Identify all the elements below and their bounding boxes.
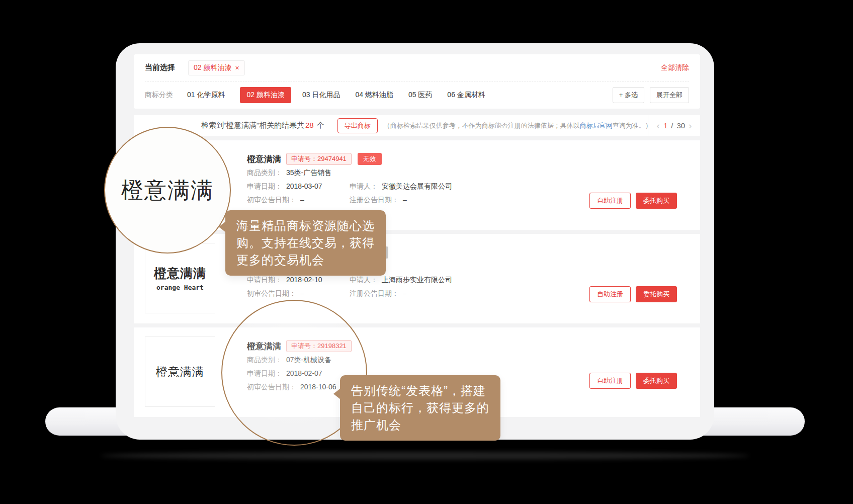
status-badge: 无效 [358,153,382,165]
row-actions: 自助注册 委托购买 [589,373,677,389]
category-item-02-active[interactable]: 02 颜料油漆 [240,87,291,103]
category-item-01[interactable]: 01 化学原料 [187,91,225,100]
applicant-label: 申请人： [350,182,378,191]
tooltip-line: 购。支持在线交易，获得 [236,234,375,251]
marketing-tooltip-1: 海量精品商标资源随心选 购。支持在线交易，获得 更多的交易机会 [225,210,386,276]
prev-page-icon[interactable]: ‹ [657,121,660,130]
laptop-base-reflection [101,452,749,460]
applicant-label: 申请人： [350,276,378,285]
category-item-03[interactable]: 03 日化用品 [302,91,340,100]
apply-date-value: 2018-03-07 [286,182,322,191]
tooltip-line: 告别传统“发表格”，搭建 [351,382,489,399]
tooltip-line: 更多的交易机会 [236,251,375,269]
application-number-tag: 申请号：29474941 [286,153,352,165]
apply-date-label: 申请日期： [247,182,282,191]
date-applicant-line: 申请日期：2018-03-07 申请人：安徽美达会展有限公司 [247,180,689,193]
pagination: ‹ 1 / 30 › [648,115,700,136]
page-separator: / [671,121,673,130]
magnifier-circle: 橙意满满 [104,127,231,254]
reg-notice-value: – [403,289,407,298]
category-line: 商品类别：35类-广告销售 [247,166,689,180]
row-actions: 自助注册 委托购买 [589,286,677,302]
trademark-name[interactable]: 橙意满满 [247,153,281,165]
category-item-05[interactable]: 05 医药 [408,91,432,100]
trademark-thumbnail[interactable]: 橙意满满 [145,337,215,407]
applicant-value: 安徽美达会展有限公司 [382,182,452,191]
category-row: 商标分类 01 化学原料 02 颜料油漆 03 日化用品 04 燃料油脂 05 … [145,81,689,109]
results-header: 检索到“橙意满满”相关的结果共28 个 导出商标 （商标检索结果仅供参考，不作为… [134,115,700,136]
apply-date-value: 2018-02-10 [286,276,322,285]
expand-all-button[interactable]: 展开全部 [650,87,689,103]
first-notice-value: – [300,289,304,298]
results-count: 28 [305,121,314,129]
self-register-button[interactable]: 自助注册 [589,286,631,302]
category-item-06[interactable]: 06 金属材料 [447,91,485,100]
results-unit: 个 [317,121,324,129]
next-page-icon[interactable]: › [689,121,692,130]
marketing-tooltip-2: 告别传统“发表格”，搭建 自己的标行，获得更多的 推广机会 [340,375,500,441]
clear-all-button[interactable]: 全部清除 [661,63,689,72]
selected-filter-chip[interactable]: 02 颜料油漆 × [188,60,245,75]
self-register-button[interactable]: 自助注册 [589,193,631,209]
filter-panel: 当前选择 02 颜料油漆 × 全部清除 商标分类 01 化学原料 02 颜料油漆… [134,54,700,109]
first-notice-label: 初审公告日期： [247,196,296,205]
tooltip-arrow-left-icon [219,221,226,232]
thumbnail-text: 橙意满满 [156,364,204,380]
total-pages: 30 [676,121,685,130]
multi-select-button[interactable]: + 多选 [613,87,644,103]
current-page: 1 [663,121,667,130]
reg-notice-value: – [403,196,407,205]
tooltip-line: 推广机会 [351,416,489,434]
category-tools: + 多选 展开全部 [613,87,689,103]
tooltip-line: 海量精品商标资源随心选 [236,217,375,234]
reg-notice-label: 注册公告日期： [350,289,399,298]
disclaimer-suffix: 查询为准。） [613,122,652,129]
trademark-office-link[interactable]: 商标局官网 [580,122,613,129]
thumbnail-text: 橙意满满 [154,265,206,282]
current-selection-label: 当前选择 [145,63,175,72]
disclaimer-prefix: （商标检索结果仅供参考，不作为商标能否注册的法律依据；具体以 [384,122,580,129]
applicant-value: 上海雨步实业有限公司 [382,276,452,285]
trademark-thumbnail[interactable]: 橙意满满 orange Heart [145,243,215,313]
close-icon[interactable]: × [235,64,239,72]
results-disclaimer: （商标检索结果仅供参考，不作为商标能否注册的法律依据；具体以商标局官网查询为准。… [384,121,652,130]
first-notice-value: – [300,196,304,205]
results-summary-text: 检索到“橙意满满”相关的结果共 [201,121,304,129]
apply-date-label: 申请日期： [247,276,282,285]
entrust-purchase-button[interactable]: 委托购买 [636,373,677,389]
tooltip-line: 自己的标行，获得更多的 [351,399,489,416]
first-notice-label: 初审公告日期： [247,289,296,298]
category-label: 商品类别： [247,169,282,178]
current-selection-row: 当前选择 02 颜料油漆 × 全部清除 [145,54,689,81]
row-actions: 自助注册 委托购买 [589,193,677,209]
self-register-button[interactable]: 自助注册 [589,373,631,389]
category-row-label: 商标分类 [145,91,173,100]
result-row: 橙意满满 orange Heart 橙意满满 申请号：29482153 已注册 … [134,234,700,323]
selected-filter-chip-label: 02 颜料油漆 [194,63,231,72]
entrust-purchase-button[interactable]: 委托购买 [636,193,677,209]
results-summary: 检索到“橙意满满”相关的结果共28 个 [201,121,324,130]
thumbnail-subtext: orange Heart [156,284,204,291]
category-item-04[interactable]: 04 燃料油脂 [355,91,393,100]
entrust-purchase-button[interactable]: 委托购买 [636,286,677,302]
tooltip-arrow-left-icon [333,388,340,399]
category-value: 35类-广告销售 [286,169,331,178]
export-trademark-button[interactable]: 导出商标 [337,118,378,133]
magnified-trademark-text: 橙意满满 [121,176,214,205]
trademark-title-line: 橙意满满 申请号：29474941 无效 [247,152,689,166]
reg-notice-label: 注册公告日期： [350,196,399,205]
